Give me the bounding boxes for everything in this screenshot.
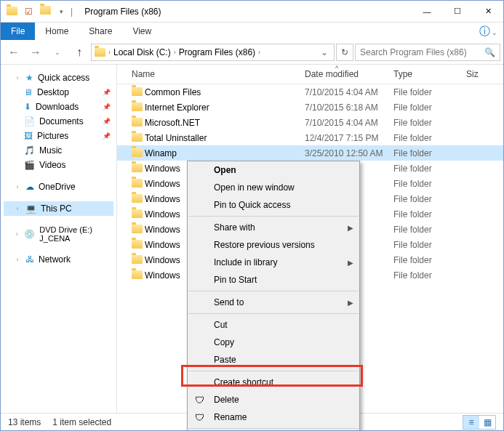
file-name: Microsoft.NET	[145, 118, 305, 128]
col-size[interactable]: Siz	[466, 69, 497, 79]
file-date: 3/25/2010 12:50 AM	[305, 148, 393, 158]
col-type[interactable]: Type	[393, 69, 466, 79]
file-name: Common Files	[145, 87, 305, 97]
shield-icon: 🛡	[195, 412, 204, 423]
folder-icon	[132, 178, 145, 190]
context-menu: Open Open in new window Pin to Quick acc…	[187, 161, 360, 431]
folder-icon	[132, 209, 145, 220]
sidebar-item-music[interactable]: 🎵Music	[4, 143, 113, 158]
ctx-send-to[interactable]: Send to▶	[188, 294, 359, 311]
file-type: File folder	[393, 102, 466, 113]
sidebar-item-onedrive[interactable]: ›☁OneDrive	[4, 180, 113, 194]
file-name: Winamp	[145, 148, 305, 158]
icons-view-icon[interactable]: ▦	[479, 416, 495, 429]
sort-indicator-icon: ^	[335, 65, 338, 72]
sidebar-item-network[interactable]: ›🖧Network	[4, 252, 113, 267]
col-name[interactable]: Name	[132, 69, 305, 79]
file-row[interactable]: Winamp3/25/2010 12:50 AMFile folder	[117, 145, 503, 161]
up-button[interactable]: ↑	[69, 43, 89, 62]
close-button[interactable]: ✕	[473, 1, 503, 23]
minimize-button[interactable]: —	[412, 1, 442, 23]
maximize-button[interactable]: ☐	[442, 1, 473, 23]
sidebar-item-this-pc[interactable]: ›💻This PC	[4, 201, 113, 216]
sidebar-item-pictures[interactable]: 🖼Pictures📌	[4, 129, 113, 143]
sidebar-item-desktop[interactable]: 🖥Desktop📌	[4, 85, 113, 100]
address-bar: ← → ⌄ ↑ › Local Disk (C:) › Program File…	[1, 40, 503, 65]
file-date: 7/10/2015 4:04 AM	[305, 118, 393, 128]
breadcrumb-path[interactable]: Program Files (x86)	[179, 47, 255, 57]
file-type: File folder	[393, 87, 466, 97]
folder-icon	[132, 132, 145, 144]
search-placeholder: Search Program Files (x86)	[360, 47, 467, 57]
ctx-pin-start[interactable]: Pin to Start	[188, 271, 359, 289]
folder-icon	[132, 254, 145, 266]
qat-checkbox[interactable]: ☑	[25, 7, 33, 17]
breadcrumb-root[interactable]: Local Disk (C:)	[113, 47, 171, 57]
sidebar-item-documents[interactable]: 📄Documents📌	[4, 114, 113, 129]
ctx-delete[interactable]: 🛡Delete	[188, 391, 359, 408]
folder-icon	[132, 102, 145, 113]
file-name: Internet Explorer	[145, 102, 305, 113]
column-headers[interactable]: ^ Name Date modified Type Siz	[117, 65, 503, 84]
ctx-pin-quick-access[interactable]: Pin to Quick access	[188, 196, 359, 214]
sidebar-item-quick-access[interactable]: ›★Quick access	[4, 71, 113, 85]
file-type: File folder	[393, 118, 466, 128]
file-row[interactable]: Internet Explorer7/10/2015 6:18 AMFile f…	[117, 100, 503, 115]
ctx-cut[interactable]: Cut	[188, 316, 359, 334]
qat-customize[interactable]	[40, 6, 51, 17]
file-type: File folder	[393, 209, 466, 219]
ribbon: File Home Share View ⓘ⌄	[1, 23, 503, 40]
recent-dropdown[interactable]: ⌄	[47, 43, 68, 62]
folder-icon	[132, 163, 145, 174]
file-type: File folder	[393, 225, 466, 235]
details-view-icon[interactable]: ≡	[463, 416, 479, 429]
ctx-paste[interactable]: Paste	[188, 351, 359, 368]
file-name: Total Uninstaller	[145, 133, 305, 143]
window-icon	[7, 6, 17, 17]
ctx-open-new-window[interactable]: Open in new window	[188, 179, 359, 196]
sidebar-item-downloads[interactable]: ⬇Downloads📌	[4, 100, 113, 114]
qat-divider: |	[71, 7, 73, 17]
file-type: File folder	[393, 270, 466, 281]
search-input[interactable]: Search Program Files (x86) 🔍	[355, 44, 500, 61]
qat-dropdown[interactable]: ▾	[60, 8, 63, 15]
folder-icon	[132, 117, 145, 129]
forward-button[interactable]: →	[25, 43, 46, 62]
title-bar: ☑ ▾ | Program Files (x86) — ☐ ✕	[1, 1, 503, 23]
file-row[interactable]: Microsoft.NET7/10/2015 4:04 AMFile folde…	[117, 115, 503, 130]
breadcrumb-dropdown[interactable]: ⌄	[318, 47, 331, 57]
tab-home[interactable]: Home	[35, 23, 79, 39]
file-type: File folder	[393, 179, 466, 189]
file-row[interactable]: Common Files7/10/2015 4:04 AMFile folder	[117, 84, 503, 100]
ctx-separator	[188, 216, 359, 217]
ctx-share-with[interactable]: Share with▶	[188, 219, 359, 236]
folder-icon	[132, 148, 145, 159]
view-switcher[interactable]: ≡ ▦	[463, 415, 496, 430]
navigation-pane: ›★Quick access 🖥Desktop📌 ⬇Downloads📌 📄Do…	[1, 65, 117, 413]
folder-icon	[132, 239, 145, 251]
tab-file[interactable]: File	[1, 23, 35, 40]
ctx-open[interactable]: Open	[188, 161, 359, 179]
file-type: File folder	[393, 255, 466, 265]
tab-view[interactable]: View	[122, 23, 161, 39]
ctx-copy[interactable]: Copy	[188, 334, 359, 351]
file-type: File folder	[393, 148, 466, 158]
help-icon[interactable]: ⓘ⌄	[479, 25, 497, 39]
refresh-button[interactable]: ↻	[336, 44, 353, 61]
sidebar-item-videos[interactable]: 🎬Videos	[4, 158, 113, 172]
ctx-restore-versions[interactable]: Restore previous versions	[188, 236, 359, 254]
search-icon: 🔍	[484, 47, 495, 57]
col-date[interactable]: Date modified	[305, 69, 393, 79]
file-row[interactable]: Total Uninstaller12/4/2017 7:15 PMFile f…	[117, 130, 503, 145]
ctx-include-library[interactable]: Include in library▶	[188, 254, 359, 271]
ctx-rename[interactable]: 🛡Rename	[188, 408, 359, 426]
folder-icon	[132, 224, 145, 235]
back-button[interactable]: ←	[4, 43, 24, 62]
file-date: 7/10/2015 4:04 AM	[305, 87, 393, 97]
chevron-right-icon: ▶	[348, 224, 353, 232]
tab-share[interactable]: Share	[79, 23, 122, 39]
sidebar-item-dvd[interactable]: ›💿DVD Drive (E:) J_CENA	[4, 223, 113, 245]
ctx-create-shortcut[interactable]: Create shortcut	[188, 374, 359, 391]
breadcrumb[interactable]: › Local Disk (C:) › Program Files (x86) …	[91, 44, 335, 61]
shield-icon: 🛡	[195, 395, 204, 406]
